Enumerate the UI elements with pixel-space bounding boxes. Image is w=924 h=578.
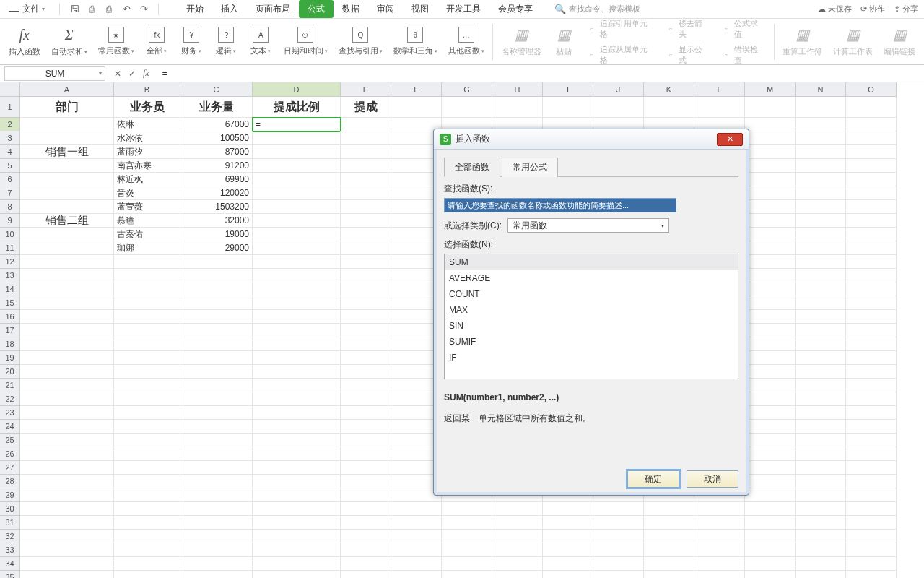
cell-O19[interactable] [846, 351, 897, 365]
cell-B18[interactable] [114, 337, 180, 351]
cell-E25[interactable] [341, 434, 391, 447]
cell-E11[interactable] [341, 241, 391, 255]
cell-A2[interactable] [20, 118, 114, 131]
cell-N17[interactable] [796, 324, 846, 337]
cell-D2[interactable]: = [253, 118, 341, 131]
cell-J30[interactable] [593, 502, 644, 516]
cell-O7[interactable] [846, 186, 897, 200]
cell-O8[interactable] [846, 200, 897, 214]
formula-input[interactable]: = [158, 69, 924, 79]
row-header-2[interactable]: 2 [0, 118, 20, 131]
cell-A30[interactable] [20, 502, 114, 516]
cell-C6[interactable]: 69900 [180, 173, 253, 186]
cell-O5[interactable] [846, 159, 897, 173]
cell-M16[interactable] [745, 310, 796, 324]
cell-B10[interactable]: 古秦佑 [114, 228, 180, 241]
cell-O24[interactable] [846, 420, 897, 434]
cell-A3[interactable] [20, 131, 114, 145]
row-header-10[interactable]: 10 [0, 228, 20, 241]
cell-B7[interactable]: 音炎 [114, 186, 180, 200]
cell-D23[interactable] [253, 406, 341, 420]
cell-C26[interactable] [180, 447, 253, 461]
cell-C12[interactable] [180, 255, 253, 269]
cell-M13[interactable] [745, 269, 796, 282]
cell-M3[interactable] [745, 131, 796, 145]
cell-L1[interactable] [694, 97, 745, 118]
cell-D25[interactable] [253, 434, 341, 447]
cell-A20[interactable] [20, 365, 114, 379]
cell-C14[interactable] [180, 282, 253, 296]
cell-D19[interactable] [253, 351, 341, 365]
row-header-6[interactable]: 6 [0, 173, 20, 186]
cell-M11[interactable] [745, 241, 796, 255]
cell-D30[interactable] [253, 502, 341, 516]
cell-B17[interactable] [114, 324, 180, 337]
function-item-IF[interactable]: IF [445, 350, 738, 366]
function-item-AVERAGE[interactable]: AVERAGE [445, 270, 738, 286]
cell-L30[interactable] [694, 502, 745, 516]
cell-B20[interactable] [114, 365, 180, 379]
share-button[interactable]: ⇪分享 [894, 4, 918, 14]
cell-M7[interactable] [745, 186, 796, 200]
cell-B26[interactable] [114, 447, 180, 461]
cell-A31[interactable] [20, 516, 114, 530]
col-header-M[interactable]: M [745, 82, 796, 97]
cell-N4[interactable] [796, 145, 846, 159]
tab-5[interactable]: 审阅 [368, 0, 403, 18]
col-header-F[interactable]: F [391, 82, 442, 97]
cell-M15[interactable] [745, 296, 796, 310]
row-header-35[interactable]: 35 [0, 571, 20, 578]
cell-M1[interactable] [745, 97, 796, 118]
cell-O10[interactable] [846, 228, 897, 241]
cell-F31[interactable] [391, 516, 442, 530]
cell-H30[interactable] [492, 502, 543, 516]
cell-A12[interactable] [20, 255, 114, 269]
cell-C28[interactable] [180, 475, 253, 488]
cell-N9[interactable] [796, 214, 846, 228]
cell-B4[interactable]: 蓝雨汐 [114, 145, 180, 159]
row-header-32[interactable]: 32 [0, 530, 20, 543]
cell-C16[interactable] [180, 310, 253, 324]
col-header-H[interactable]: H [492, 82, 543, 97]
cell-M14[interactable] [745, 282, 796, 296]
cell-K33[interactable] [644, 543, 694, 557]
cell-N21[interactable] [796, 379, 846, 392]
cell-D35[interactable] [253, 571, 341, 578]
cell-D32[interactable] [253, 530, 341, 543]
cell-D31[interactable] [253, 516, 341, 530]
cell-O1[interactable] [846, 97, 897, 118]
cell-M10[interactable] [745, 228, 796, 241]
cell-C30[interactable] [180, 502, 253, 516]
row-header-29[interactable]: 29 [0, 488, 20, 502]
cell-O23[interactable] [846, 406, 897, 420]
cell-D9[interactable] [253, 214, 341, 228]
cell-E5[interactable] [341, 159, 391, 173]
cell-B14[interactable] [114, 282, 180, 296]
cell-D14[interactable] [253, 282, 341, 296]
close-button[interactable]: ✕ [717, 133, 743, 146]
cell-B8[interactable]: 蓝萱薇 [114, 200, 180, 214]
save-icon[interactable]: 🖫 [69, 4, 80, 15]
cell-M22[interactable] [745, 392, 796, 406]
row-header-25[interactable]: 25 [0, 434, 20, 447]
cell-K34[interactable] [644, 557, 694, 571]
ribbon-数学和三角[interactable]: θ数学和三角▾ [388, 24, 443, 59]
cell-C8[interactable]: 1503200 [180, 200, 253, 214]
cell-B23[interactable] [114, 406, 180, 420]
cell-E22[interactable] [341, 392, 391, 406]
cell-O9[interactable] [846, 214, 897, 228]
cell-B13[interactable] [114, 269, 180, 282]
cell-A22[interactable] [20, 392, 114, 406]
cell-M2[interactable] [745, 118, 796, 131]
function-item-SUM[interactable]: SUM [445, 254, 738, 270]
cell-C17[interactable] [180, 324, 253, 337]
cell-O16[interactable] [846, 310, 897, 324]
cell-M6[interactable] [745, 173, 796, 186]
col-header-E[interactable]: E [341, 82, 391, 97]
function-search-input[interactable]: 请输入您要查找的函数名称或函数功能的简要描述... [444, 198, 676, 212]
cell-C13[interactable] [180, 269, 253, 282]
tab-0[interactable]: 开始 [178, 0, 212, 18]
cell-O35[interactable] [846, 571, 897, 578]
cell-O33[interactable] [846, 543, 897, 557]
cell-O30[interactable] [846, 502, 897, 516]
